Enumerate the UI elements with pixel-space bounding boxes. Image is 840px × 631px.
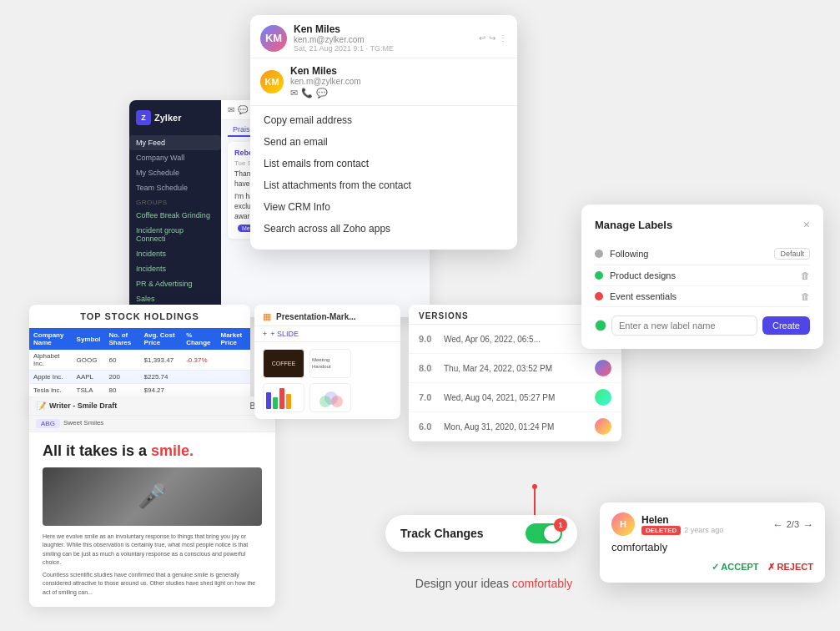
chat-icon[interactable]: 💬 bbox=[316, 88, 328, 98]
presentation-icon: ▦ bbox=[263, 311, 271, 322]
group-incidents-1[interactable]: Incidents bbox=[129, 246, 221, 261]
close-labels-button[interactable]: × bbox=[803, 218, 810, 231]
groups-label: GROUPS bbox=[129, 195, 221, 208]
zoho-logo-icon: Z bbox=[136, 110, 151, 125]
version-item-7[interactable]: 7.0 Wed, Aug 04, 2021, 05:27 PM bbox=[409, 383, 621, 412]
list-attachments-item[interactable]: List attachments from the contact bbox=[250, 174, 517, 196]
label-default-button[interactable]: Default bbox=[774, 248, 810, 260]
cell-company-2: Apple Inc. bbox=[29, 371, 73, 384]
slide-4[interactable] bbox=[309, 383, 351, 412]
next-comment-button[interactable]: → bbox=[802, 518, 813, 531]
create-label-button[interactable]: Create bbox=[762, 316, 810, 335]
version-date-7: Wed, Aug 04, 2021, 05:27 PM bbox=[444, 393, 588, 402]
slide-1[interactable]: COFFEE bbox=[263, 349, 304, 378]
heading-smile: smile. bbox=[151, 442, 194, 459]
bar-3 bbox=[279, 388, 284, 409]
slide-2[interactable]: Meeting Handout bbox=[309, 349, 351, 378]
list-emails-item[interactable]: List emails from contact bbox=[250, 153, 517, 174]
nav-my-schedule[interactable]: My Schedule bbox=[129, 165, 221, 180]
cell-symbol-3: TSLA bbox=[73, 384, 105, 397]
writer-title-label: Writer - Smile Draft bbox=[49, 401, 117, 410]
group-pr[interactable]: PR & Advertising bbox=[129, 276, 221, 291]
more-icon[interactable]: ⋮ bbox=[499, 33, 507, 43]
slide-3[interactable] bbox=[263, 383, 304, 412]
nav-company-wall[interactable]: Company Wall bbox=[129, 150, 221, 165]
chat-nav-icon: 💬 bbox=[238, 105, 248, 114]
font-name: Sweet Smiles bbox=[63, 419, 103, 428]
cell-company-1: Alphabet Inc. bbox=[29, 350, 73, 371]
version-date-8: Thu, Mar 24, 2022, 03:52 PM bbox=[444, 364, 588, 373]
new-label-input[interactable] bbox=[611, 316, 757, 336]
reply-icon[interactable]: ↩ bbox=[479, 33, 485, 43]
cell-shares-2: 200 bbox=[105, 371, 140, 384]
view-crm-item[interactable]: View CRM Info bbox=[250, 196, 517, 218]
cell-cost-1: $1,393.47 bbox=[140, 350, 183, 371]
label-dot-following bbox=[595, 250, 603, 258]
mail-nav-icon: ✉ bbox=[228, 105, 234, 114]
manage-labels-title: Manage Labels bbox=[595, 219, 672, 231]
manage-labels-dialog: Manage Labels × Following Default Produc… bbox=[581, 204, 823, 349]
label-name-following: Following bbox=[610, 249, 767, 259]
mail-icon[interactable]: ✉ bbox=[290, 88, 298, 98]
contact-card: KM Ken Miles ken.m@zylker.com ✉ 📞 💬 bbox=[250, 58, 517, 106]
version-date-6: Mon, Aug 31, 2020, 01:24 PM bbox=[444, 422, 588, 432]
person-icon: 🎤 bbox=[138, 482, 167, 510]
version-user-avatar-8 bbox=[595, 360, 611, 376]
phone-icon[interactable]: 📞 bbox=[301, 88, 313, 98]
cell-pct-1: -0.37% bbox=[182, 350, 216, 371]
contact-action-icons: ✉ 📞 💬 bbox=[290, 88, 361, 98]
track-changes-label: Track Changes bbox=[400, 527, 484, 540]
cell-cost-2: $225.74 bbox=[140, 371, 183, 384]
accept-button[interactable]: ✓ ACCEPT bbox=[712, 562, 759, 573]
version-user-avatar-6 bbox=[595, 418, 611, 435]
add-slide-button[interactable]: + + SLIDE bbox=[254, 326, 400, 342]
prev-comment-button[interactable]: ← bbox=[772, 518, 783, 531]
label-item-product: Product designs 🗑 bbox=[595, 265, 810, 286]
version-item-8[interactable]: 8.0 Thu, Mar 24, 2022, 03:52 PM bbox=[409, 354, 621, 383]
design-highlight: comfortably bbox=[512, 577, 572, 590]
group-incidents-2[interactable]: Incidents bbox=[129, 261, 221, 276]
forward-icon[interactable]: ↪ bbox=[489, 33, 495, 43]
send-email-item[interactable]: Send an email bbox=[250, 131, 517, 153]
manage-labels-header: Manage Labels × bbox=[595, 218, 810, 231]
copy-email-item[interactable]: Copy email address bbox=[250, 109, 517, 131]
stock-title: TOP STOCK HOLDINGS bbox=[29, 305, 250, 328]
red-line-connector bbox=[534, 485, 536, 518]
cell-market-2 bbox=[216, 371, 250, 384]
version-date-9: Wed, Apr 06, 2022, 06:5... bbox=[444, 335, 588, 344]
helen-info: Helen DELETED 2 years ago bbox=[641, 514, 723, 535]
plus-icon: + bbox=[263, 330, 267, 338]
toggle-container: 1 bbox=[526, 523, 562, 543]
table-row: Tesla Inc. TSLA 80 $94.27 bbox=[29, 384, 250, 397]
helen-name: Helen bbox=[641, 514, 723, 526]
group-incident-connect[interactable]: Incident group Connecti bbox=[129, 223, 221, 246]
zoho-nav: My Feed Company Wall My Schedule Team Sc… bbox=[129, 135, 221, 195]
email-header: KM Ken Miles ken.m@zylker.com Sat, 21 Au… bbox=[250, 15, 517, 58]
label-trash-event[interactable]: 🗑 bbox=[801, 291, 810, 301]
slides-list: COFFEE Meeting Handout bbox=[254, 342, 400, 419]
reject-button[interactable]: ✗ REJECT bbox=[767, 562, 813, 573]
cell-pct-2 bbox=[182, 371, 216, 384]
nav-myfeed[interactable]: My Feed bbox=[129, 135, 221, 150]
label-item-following: Following Default bbox=[595, 243, 810, 265]
table-header-row: Company Name Symbol No. of Shares Avg. C… bbox=[29, 328, 250, 350]
bar-1 bbox=[266, 392, 271, 409]
label-color-picker[interactable] bbox=[595, 320, 606, 331]
group-coffee[interactable]: Coffee Break Grinding bbox=[129, 208, 221, 223]
helen-actions: ✓ ACCEPT ✗ REJECT bbox=[611, 562, 813, 573]
version-item-6[interactable]: 6.0 Mon, Aug 31, 2020, 01:24 PM bbox=[409, 412, 621, 442]
label-trash-product[interactable]: 🗑 bbox=[801, 270, 810, 280]
label-dot-product bbox=[595, 271, 603, 280]
design-before: Design your ideas bbox=[415, 577, 512, 590]
diagram-svg bbox=[310, 383, 350, 412]
search-zoho-item[interactable]: Search across all Zoho apps bbox=[250, 218, 517, 240]
svg-point-2 bbox=[331, 396, 343, 407]
col-pct: % Change bbox=[182, 328, 216, 350]
presentation-panel: ▦ Presentation-Mark... + + SLIDE COFFEE … bbox=[254, 305, 400, 419]
writer-body-1: Here we evolve smile as an involuntary r… bbox=[43, 533, 262, 568]
writer-content: All it takes is a smile. 🎤 Here we evolv… bbox=[29, 432, 275, 607]
nav-team-schedule[interactable]: Team Schedule bbox=[129, 180, 221, 195]
writer-subtoolbar: ABG Sweet Smiles bbox=[29, 416, 275, 432]
heading-text: All it takes is a bbox=[43, 442, 151, 459]
email-popup: KM Ken Miles ken.m@zylker.com Sat, 21 Au… bbox=[250, 15, 517, 250]
